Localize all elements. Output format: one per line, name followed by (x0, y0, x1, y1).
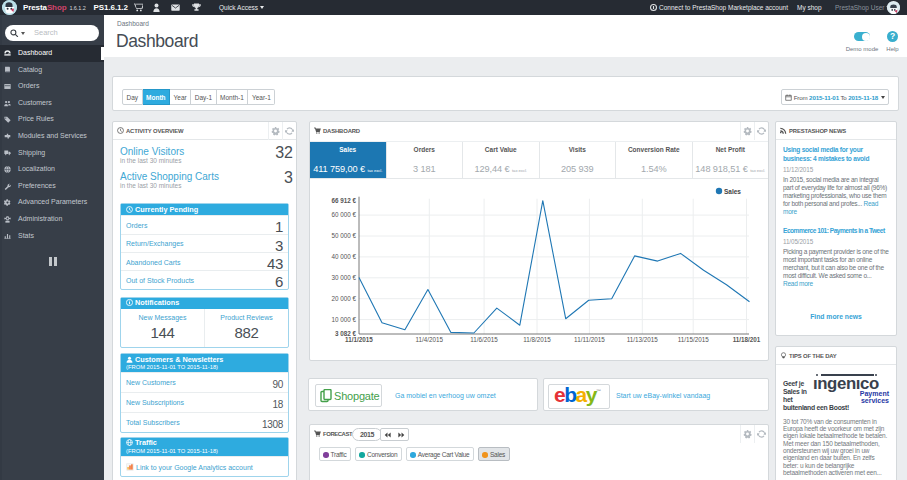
svg-text:11/4/2015: 11/4/2015 (416, 336, 444, 343)
svg-text:11/8/2015: 11/8/2015 (523, 336, 551, 343)
svg-text:40 000 €: 40 000 € (331, 253, 356, 260)
svg-text:11/1/2015: 11/1/2015 (345, 336, 373, 343)
svg-text:11/18/201: 11/18/201 (733, 336, 761, 343)
svg-text:11/11/2015: 11/11/2015 (574, 336, 605, 343)
svg-text:11/13/2015: 11/13/2015 (627, 336, 659, 343)
svg-text:50 000 €: 50 000 € (331, 232, 356, 239)
svg-text:11/15/2015: 11/15/2015 (678, 336, 710, 343)
svg-text:60 000 €: 60 000 € (331, 211, 356, 218)
svg-text:Sales: Sales (724, 188, 741, 195)
svg-text:20 000 €: 20 000 € (331, 295, 356, 302)
svg-text:66 912 €: 66 912 € (331, 197, 356, 204)
svg-text:11/6/2015: 11/6/2015 (470, 336, 498, 343)
svg-text:30 000 €: 30 000 € (331, 274, 356, 281)
svg-text:10 000 €: 10 000 € (331, 316, 356, 323)
